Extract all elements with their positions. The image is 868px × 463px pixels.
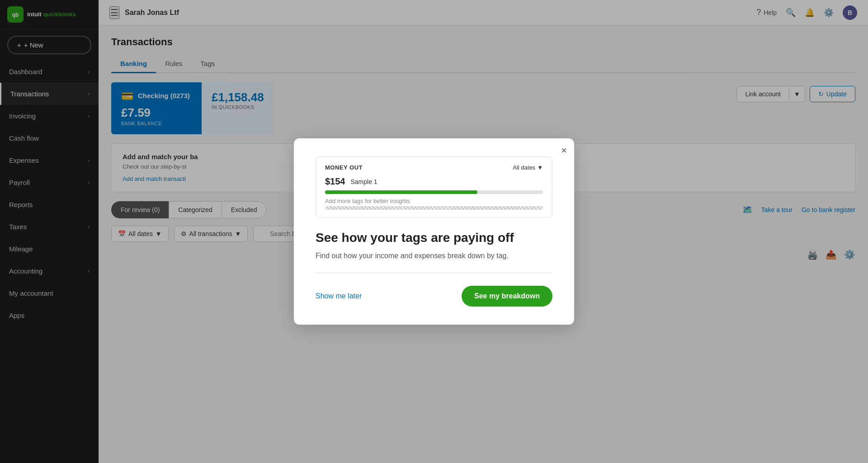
chart-amount: $154 — [325, 176, 345, 187]
see-breakdown-button[interactable]: See my breakdown — [462, 286, 552, 307]
mini-chart-header: MONEY OUT All dates ▼ — [325, 164, 543, 171]
dates-label: All dates — [513, 164, 535, 171]
mini-chart-card: MONEY OUT All dates ▼ $154 Sample 1 Add … — [316, 156, 552, 217]
modal-dialog: × MONEY OUT All dates ▼ $154 Sample 1 Ad… — [294, 138, 574, 325]
add-tags-hint: Add more tags for better insights — [325, 198, 543, 204]
modal-description: Find out how your income and expenses br… — [316, 252, 552, 260]
modal-title: See how your tags are paying off — [316, 230, 552, 246]
chart-bar-fill — [325, 190, 477, 194]
chart-sample-label: Sample 1 — [351, 178, 377, 185]
modal-overlay[interactable]: × MONEY OUT All dates ▼ $154 Sample 1 Ad… — [0, 0, 868, 463]
modal-close-button[interactable]: × — [561, 146, 567, 156]
striped-bar — [325, 206, 543, 210]
all-dates-dropdown[interactable]: All dates ▼ — [513, 164, 543, 171]
show-later-button[interactable]: Show me later — [316, 292, 362, 300]
chart-row: $154 Sample 1 — [325, 176, 543, 187]
chevron-down-icon: ▼ — [537, 164, 543, 171]
modal-divider — [316, 273, 552, 273]
modal-actions: Show me later See my breakdown — [316, 286, 552, 307]
chart-bar-container — [325, 190, 543, 194]
money-out-label: MONEY OUT — [325, 164, 363, 171]
